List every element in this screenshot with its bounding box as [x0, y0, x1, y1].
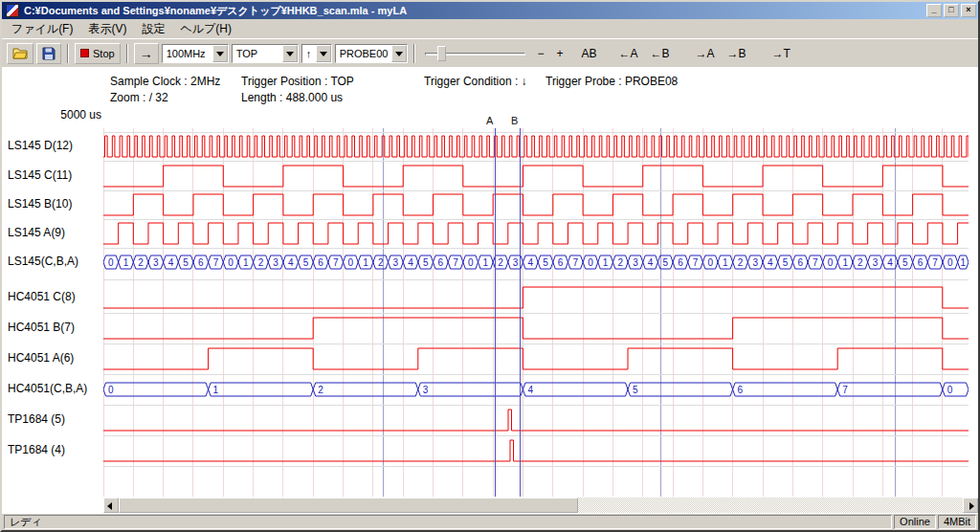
svg-text:7: 7: [693, 257, 699, 268]
length-info: Length : 488.000 us: [241, 91, 343, 104]
marker-label[interactable]: B: [511, 115, 518, 126]
svg-text:4: 4: [408, 257, 413, 268]
trigger-position-info: Trigger Position : TOP: [241, 75, 354, 88]
svg-text:5: 5: [423, 257, 429, 268]
statusbar: レディ Online 4MBit: [2, 514, 978, 530]
time-ruler-label: 5000 us: [59, 108, 101, 122]
svg-text:0: 0: [108, 257, 114, 268]
svg-text:0: 0: [828, 257, 834, 268]
svg-text:7: 7: [932, 257, 938, 268]
horizontal-scrollbar[interactable]: [103, 498, 978, 513]
sample-clock-value: 100MHz: [163, 48, 212, 59]
menu-help[interactable]: ヘルプ(H): [172, 19, 239, 39]
status-message: レディ: [4, 515, 892, 529]
channel-label: TP1684 (4): [8, 443, 65, 456]
svg-text:6: 6: [438, 257, 444, 268]
svg-text:6: 6: [918, 257, 924, 268]
svg-text:1: 1: [723, 257, 728, 268]
zoom-out-button[interactable]: −: [532, 43, 548, 64]
svg-text:2: 2: [738, 257, 744, 268]
scrollbar-track[interactable]: [119, 498, 963, 513]
zoom-slider-thumb[interactable]: [437, 46, 446, 61]
channel-label: LS145 D(12): [8, 139, 73, 152]
svg-text:1: 1: [123, 257, 129, 268]
app-icon[interactable]: [6, 4, 19, 17]
stop-button[interactable]: Stop: [75, 43, 121, 64]
app-window: C:¥Documents and Settings¥noname¥デスクトップ¥…: [0, 0, 980, 532]
svg-text:1: 1: [363, 257, 368, 268]
channel-label: LS145(C,B,A): [8, 255, 78, 268]
svg-text:2: 2: [138, 257, 144, 268]
trigger-probe-info: Trigger Probe : PROBE08: [546, 75, 678, 88]
svg-text:4: 4: [528, 257, 534, 268]
svg-text:5: 5: [783, 257, 789, 268]
trigger-edge-select[interactable]: ↑: [301, 44, 332, 63]
run-button[interactable]: →: [134, 43, 159, 64]
trigger-position-select[interactable]: TOP: [232, 44, 299, 63]
channel-label: LS145 B(10): [8, 197, 72, 211]
svg-text:3: 3: [873, 257, 879, 268]
goto-marker-b-left-button[interactable]: ←B: [645, 43, 674, 64]
svg-text:2: 2: [378, 257, 384, 268]
floppy-disk-icon: [42, 47, 56, 60]
svg-text:6: 6: [558, 257, 564, 268]
menu-file[interactable]: ファイル(F): [4, 19, 80, 39]
trigger-edge-value: ↑: [302, 48, 316, 59]
toolbar: Stop → 100MHz TOP ↑ PROBE00 − + AB ←A ←B: [2, 38, 978, 67]
goto-trigger-button[interactable]: →T: [768, 43, 795, 64]
chevron-down-icon[interactable]: [282, 45, 298, 62]
svg-text:0: 0: [707, 257, 713, 268]
toolbar-separator: [126, 44, 128, 63]
channel-label: TP1684 (5): [8, 412, 65, 426]
svg-text:4: 4: [768, 257, 773, 268]
trigger-condition-info: Trigger Condition : ↓: [424, 75, 527, 88]
svg-text:0: 0: [108, 385, 114, 395]
chevron-down-icon[interactable]: [212, 45, 228, 62]
close-button[interactable]: ×: [961, 4, 976, 17]
minimize-button[interactable]: _: [926, 4, 942, 17]
goto-marker-a-left-button[interactable]: ←A: [613, 43, 642, 64]
scroll-right-button[interactable]: [963, 498, 978, 513]
svg-text:3: 3: [633, 257, 638, 268]
main-content: Sample Clock : 2MHz Trigger Position : T…: [2, 67, 978, 497]
stop-label: Stop: [93, 48, 115, 59]
save-button[interactable]: [36, 43, 61, 64]
svg-text:3: 3: [153, 257, 159, 268]
right-arrow-icon: [969, 502, 974, 510]
svg-text:3: 3: [513, 257, 519, 268]
svg-text:0: 0: [348, 257, 354, 268]
chevron-down-icon[interactable]: [391, 45, 407, 62]
svg-text:3: 3: [423, 385, 429, 395]
probe-select[interactable]: PROBE00: [335, 44, 409, 63]
trigger-position-value: TOP: [233, 48, 282, 59]
scrollbar-strip: [2, 497, 978, 514]
open-button[interactable]: [7, 43, 33, 64]
svg-text:5: 5: [543, 257, 548, 268]
svg-text:0: 0: [468, 257, 474, 268]
scrollbar-thumb[interactable]: [119, 498, 578, 513]
goto-marker-a-right-button[interactable]: →A: [690, 43, 719, 64]
chevron-down-icon[interactable]: [316, 45, 331, 62]
svg-text:5: 5: [662, 257, 668, 268]
open-folder-icon: [12, 47, 28, 59]
menu-view[interactable]: 表示(V): [80, 19, 134, 39]
svg-text:2: 2: [498, 257, 503, 268]
marker-label[interactable]: A: [486, 115, 493, 126]
svg-text:1: 1: [603, 257, 609, 268]
sample-clock-select[interactable]: 100MHz: [162, 44, 229, 63]
zoom-slider[interactable]: [425, 43, 525, 64]
svg-text:3: 3: [273, 257, 278, 268]
zoom-in-button[interactable]: +: [551, 43, 568, 64]
status-online: Online: [894, 515, 936, 529]
svg-text:7: 7: [453, 257, 458, 268]
waveform-area[interactable]: 0123456701234567012345670123456701234567…: [103, 128, 969, 498]
probe-value: PROBE00: [336, 48, 392, 59]
scroll-left-button[interactable]: [103, 498, 119, 513]
maximize-button[interactable]: □: [944, 4, 959, 17]
waveform-canvas[interactable]: 0123456701234567012345670123456701234567…: [103, 128, 969, 498]
goto-marker-b-right-button[interactable]: →B: [722, 43, 750, 64]
svg-text:5: 5: [303, 257, 309, 268]
svg-text:1: 1: [243, 257, 249, 268]
ab-span-button[interactable]: AB: [576, 43, 601, 64]
menu-settings[interactable]: 設定: [134, 19, 172, 39]
